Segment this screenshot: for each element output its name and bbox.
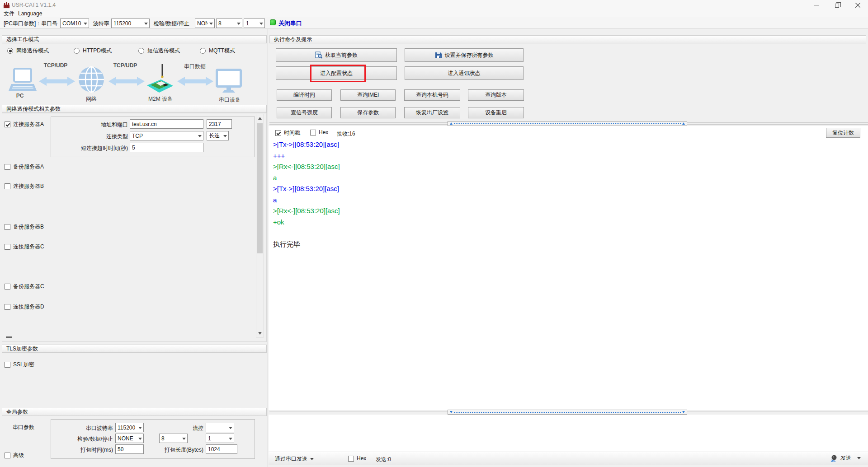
- baud-select[interactable]: 115200: [111, 19, 150, 28]
- minimize-button[interactable]: [806, 0, 826, 10]
- splitter-arrow-icon: [450, 411, 453, 413]
- restore-button[interactable]: [826, 0, 847, 10]
- compile-time-button[interactable]: 编译时间: [277, 89, 332, 101]
- radio-httpd-mode[interactable]: HTTPD模式: [74, 47, 112, 55]
- checkbox-icon: [5, 284, 10, 290]
- log-line: a: [273, 195, 861, 206]
- enter-comm-button[interactable]: 进入通讯状态: [405, 66, 524, 80]
- log-line: >[Tx->][08:53:20][asc]: [273, 139, 861, 150]
- left-scrollbar[interactable]: [256, 114, 264, 338]
- connect-server-a-checkbox[interactable]: 连接服务器A: [5, 121, 44, 128]
- backup-server-a-checkbox[interactable]: 备份服务器A: [5, 163, 44, 171]
- send-hex-checkbox[interactable]: Hex: [348, 455, 366, 462]
- save-params-button[interactable]: 保存参数: [340, 107, 396, 118]
- server-a-address-input[interactable]: test.usr.cn: [130, 119, 203, 129]
- connect-server-c-checkbox[interactable]: 连接服务器C: [5, 243, 44, 251]
- menu-language[interactable]: Language: [18, 10, 42, 17]
- toolbar-separator: [309, 18, 309, 28]
- hscroll-thumb[interactable]: [6, 336, 12, 338]
- send-via-serial-dropdown[interactable]: 通过串口发送: [275, 455, 314, 463]
- device-restart-button[interactable]: 设备重启: [468, 107, 524, 118]
- checkbox-icon: [5, 244, 10, 250]
- g-baud-label: 串口波特率: [52, 425, 113, 432]
- checkbox-icon: [5, 224, 10, 230]
- get-params-button[interactable]: 获取当前参数: [276, 48, 397, 62]
- connect-server-b-checkbox[interactable]: 连接服务器B: [5, 182, 44, 190]
- send-input-area[interactable]: [269, 415, 868, 452]
- radio-icon: [200, 48, 206, 54]
- ssl-checkbox[interactable]: SSL加密: [5, 361, 34, 369]
- search-doc-icon: [315, 51, 322, 59]
- close-button[interactable]: [847, 0, 868, 10]
- scrollbar-thumb[interactable]: [257, 123, 263, 253]
- short-timeout-input[interactable]: 5: [130, 143, 203, 152]
- checkbox-icon: [5, 362, 10, 368]
- menu-bar: 文件 Language: [0, 10, 868, 17]
- set-save-params-button[interactable]: 设置并保存所有参数: [405, 48, 524, 62]
- chevron-down-icon: [180, 434, 187, 443]
- sent-count-label: 发送:0: [376, 456, 391, 463]
- double-arrow-icon: [177, 76, 213, 87]
- checkbox-icon: [310, 130, 316, 135]
- close-port-button[interactable]: 关闭串口: [278, 19, 302, 28]
- scroll-down-icon[interactable]: [256, 330, 263, 337]
- g-stop-bits-select[interactable]: 1: [206, 434, 234, 443]
- com-port-select[interactable]: COM10: [60, 19, 89, 28]
- g-data-bits-select[interactable]: 8: [159, 434, 188, 443]
- diagram-network-label: 网络: [80, 95, 102, 103]
- splitter-top-handle[interactable]: [448, 121, 687, 126]
- keep-alive-select[interactable]: 长连: [207, 131, 229, 140]
- chevron-down-icon: [142, 19, 149, 28]
- g-baud-select[interactable]: 115200: [115, 423, 144, 432]
- timestamp-checkbox[interactable]: 时间戳: [275, 129, 300, 137]
- log-line: a: [273, 173, 861, 184]
- g-parity-select[interactable]: NONE: [115, 434, 144, 443]
- serial-toolbar: [PC串口参数]：串口号 COM10 波特率 115200 检验/数据/停止 N…: [0, 17, 868, 29]
- conn-type-select[interactable]: TCP: [130, 131, 203, 140]
- radio-icon: [138, 48, 144, 54]
- send-button[interactable]: 发送: [830, 454, 861, 462]
- g-flow-select[interactable]: [206, 423, 234, 432]
- parity-select[interactable]: NONI: [195, 19, 215, 28]
- radio-sms-mode[interactable]: 短信透传模式: [138, 47, 180, 55]
- query-signal-button[interactable]: 查信号强度: [277, 107, 332, 118]
- radio-selected-icon: [7, 48, 13, 54]
- log-lines: >[Tx->][08:53:20][asc] +++ >[Rx<-][08:53…: [273, 139, 861, 250]
- pack-time-input[interactable]: 50: [115, 444, 144, 454]
- radio-icon: [74, 48, 80, 54]
- radio-net-transparent-mode[interactable]: 网络透传模式: [7, 47, 49, 55]
- menu-file[interactable]: 文件: [4, 10, 14, 17]
- server-a-port-input[interactable]: 2317: [207, 119, 232, 129]
- scroll-up-icon[interactable]: [256, 115, 263, 122]
- connect-server-d-checkbox[interactable]: 连接服务器D: [5, 303, 44, 311]
- backup-server-b-checkbox[interactable]: 备份服务器B: [5, 223, 44, 231]
- query-imei-button[interactable]: 查询IMEI: [340, 89, 396, 101]
- m2m-device-icon: [146, 63, 174, 94]
- pc-laptop-icon: [8, 68, 37, 93]
- splitter-arrow-icon: [682, 122, 685, 125]
- chevron-down-icon: [227, 434, 234, 443]
- megaphone-icon: [830, 454, 838, 462]
- chevron-down-icon: [235, 19, 242, 28]
- splitter-arrow-icon: [682, 411, 685, 413]
- checkbox-icon: [5, 164, 10, 170]
- app-window: USR-CAT1 V1.1.4 文件 Language [PC串口参数]：串口号…: [0, 0, 868, 467]
- backup-server-c-checkbox[interactable]: 备份服务器C: [5, 283, 44, 290]
- radio-mqtt-mode[interactable]: MQTT模式: [200, 47, 235, 55]
- pack-time-label: 打包时间(ms): [52, 446, 113, 454]
- stop-bits-select[interactable]: 1: [244, 19, 265, 28]
- query-local-number-button[interactable]: 查询本机号码: [404, 89, 460, 101]
- log-hex-checkbox[interactable]: Hex: [310, 129, 328, 135]
- chevron-down-icon: [82, 19, 89, 28]
- log-line: 执行完毕: [273, 239, 861, 250]
- splitter-bottom-handle[interactable]: [448, 410, 687, 415]
- factory-reset-button[interactable]: 恢复出厂设置: [404, 107, 460, 118]
- pack-len-input[interactable]: 1024: [206, 444, 237, 454]
- chevron-down-icon: [137, 423, 143, 432]
- query-version-button[interactable]: 查询版本: [468, 89, 524, 101]
- short-timeout-label: 短连接超时时间(秒): [52, 145, 128, 152]
- pc-serial-label: [PC串口参数]：串口号: [4, 20, 57, 28]
- advanced-checkbox[interactable]: 高级: [5, 452, 24, 459]
- data-bits-select[interactable]: 8: [216, 19, 242, 28]
- reset-count-button[interactable]: 复位计数: [826, 128, 860, 138]
